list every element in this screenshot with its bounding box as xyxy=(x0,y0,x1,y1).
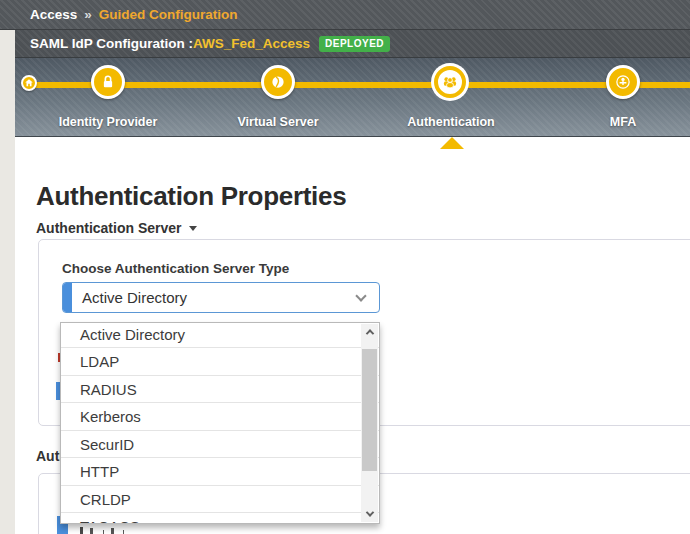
dropdown-option-active-directory[interactable]: Active Directory xyxy=(61,323,379,348)
auth-server-type-value: Active Directory xyxy=(82,289,187,306)
config-title-label: SAML IdP Configuration : xyxy=(30,36,193,51)
step-virtual-server[interactable] xyxy=(261,65,295,99)
lock-icon xyxy=(99,73,117,91)
dropdown-option-http[interactable]: HTTP xyxy=(61,458,379,486)
step-label-authentication[interactable]: Authentication xyxy=(371,115,531,129)
select-accent-strip xyxy=(63,283,72,312)
scroll-up-button[interactable] xyxy=(361,324,378,340)
dropdown-option-tacacs[interactable]: TACACS xyxy=(61,513,379,524)
step-label-virtual-server[interactable]: Virtual Server xyxy=(198,115,358,129)
home-step-button[interactable] xyxy=(21,75,37,91)
auth-server-type-select[interactable]: Active Directory xyxy=(62,282,380,313)
app-window: Access » Guided Configuration SAML IdP C… xyxy=(0,0,690,534)
breadcrumb: Access » Guided Configuration xyxy=(0,0,690,30)
step-label-identity-provider[interactable]: Identity Provider xyxy=(28,115,188,129)
chevron-down-icon xyxy=(365,508,373,516)
section-caret-icon xyxy=(189,226,197,231)
chevron-down-icon xyxy=(355,290,366,301)
step-mfa[interactable] xyxy=(606,65,640,99)
home-icon xyxy=(24,78,34,88)
hidden-select-text-fragment xyxy=(80,527,83,534)
auth-server-type-label: Choose Authentication Server Type xyxy=(62,261,289,276)
section-authentication-server-header[interactable]: Authentication Server xyxy=(36,220,197,236)
dropdown-option-securid[interactable]: SecurID xyxy=(61,431,379,459)
step-authentication[interactable] xyxy=(434,66,466,98)
config-title-bar: SAML IdP Configuration : AWS_Fed_Access … xyxy=(15,30,690,58)
breadcrumb-separator-icon: » xyxy=(84,7,92,22)
active-step-pointer-icon xyxy=(440,137,464,149)
scrollbar-thumb[interactable] xyxy=(362,349,377,471)
dropdown-option-kerberos[interactable]: Kerberos xyxy=(61,403,379,431)
dropdown-option-ldap[interactable]: LDAP xyxy=(61,348,379,376)
section-authentication-server-title: Authentication Server xyxy=(36,220,181,236)
person-icon xyxy=(614,73,632,91)
step-identity-provider[interactable] xyxy=(91,65,125,99)
page-title: Authentication Properties xyxy=(36,181,346,212)
scroll-down-button[interactable] xyxy=(361,506,378,522)
dropdown-option-radius[interactable]: RADIUS xyxy=(61,376,379,404)
dropdown-scrollbar[interactable] xyxy=(361,324,378,522)
auth-server-type-dropdown: Active Directory LDAP RADIUS Kerberos Se… xyxy=(60,322,380,524)
status-badge: DEPLOYED xyxy=(319,36,390,52)
chevron-up-icon xyxy=(365,329,373,337)
dropdown-option-crldp[interactable]: CRLDP xyxy=(61,486,379,514)
config-name: AWS_Fed_Access xyxy=(193,36,310,51)
step-label-mfa[interactable]: MFA xyxy=(543,115,690,129)
wizard-stepper: Identity Provider Virtual Server xyxy=(15,58,690,137)
left-margin-strip xyxy=(0,30,15,534)
globe-icon xyxy=(269,73,287,91)
breadcrumb-root[interactable]: Access xyxy=(30,7,77,22)
users-icon xyxy=(440,72,460,92)
breadcrumb-current[interactable]: Guided Configuration xyxy=(99,7,238,22)
